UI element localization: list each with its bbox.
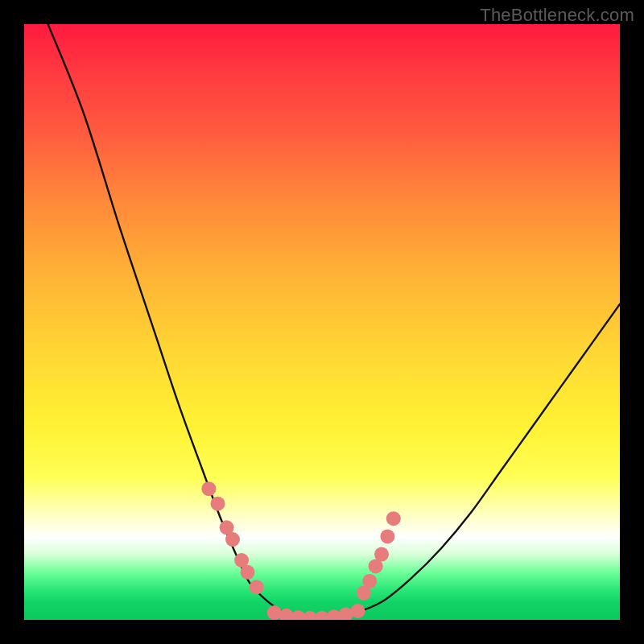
bottleneck-curve-line [48, 24, 620, 620]
marker-dot [201, 481, 216, 496]
marker-dot [241, 565, 255, 580]
marker-dot [350, 604, 365, 618]
marker-dot [380, 529, 394, 543]
marker-dot [211, 497, 225, 511]
marker-dot [374, 547, 389, 562]
marker-dot [362, 574, 377, 588]
marker-dot [386, 511, 401, 526]
plot-area [24, 24, 620, 620]
marker-dot [250, 580, 264, 594]
bottleneck-curve-svg [24, 24, 620, 620]
chart-frame: TheBottleneck.com [0, 0, 644, 644]
watermark-text: TheBottleneck.com [480, 5, 634, 26]
marker-dot [225, 532, 240, 547]
marker-dots [201, 481, 400, 620]
